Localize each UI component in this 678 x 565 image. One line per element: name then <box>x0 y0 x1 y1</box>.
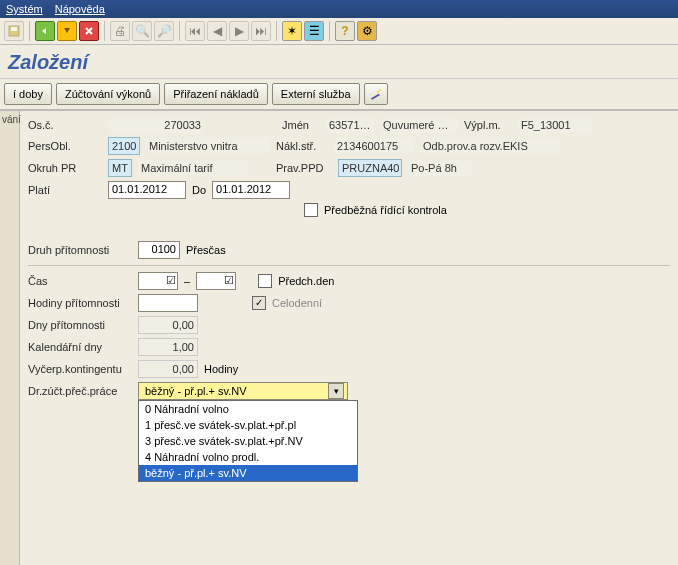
side-tab-label: vání <box>2 114 21 565</box>
save-icon[interactable] <box>4 21 24 41</box>
dropdown-icon[interactable]: ▾ <box>328 383 344 399</box>
exit-icon[interactable] <box>57 21 77 41</box>
druh-label: Druh přítomnosti <box>28 244 132 256</box>
vypl-value: F5_13001 <box>518 117 592 133</box>
svg-point-4 <box>377 91 379 93</box>
dd-list: 0 Náhradní volno1 přesč.ve svátek-sv.pla… <box>138 400 358 482</box>
settings-icon[interactable]: ⚙ <box>357 21 377 41</box>
svg-rect-2 <box>371 94 380 100</box>
prav-text: Po-Pá 8h <box>408 160 472 176</box>
last-page-icon[interactable]: ⏭ <box>251 21 271 41</box>
svg-point-3 <box>379 89 381 91</box>
find-icon[interactable]: 🔍 <box>132 21 152 41</box>
hod-field[interactable] <box>138 294 198 312</box>
side-tab[interactable]: vání <box>0 111 20 565</box>
wand-icon[interactable] <box>364 83 388 105</box>
dny-label: Dny přítomnosti <box>28 319 132 331</box>
first-page-icon[interactable]: ⏮ <box>185 21 205 41</box>
back-icon[interactable] <box>35 21 55 41</box>
vypl-label: Výpl.m. <box>464 119 512 131</box>
menu-system[interactable]: Systém <box>6 3 43 15</box>
druh-field[interactable]: 0100 <box>138 241 180 259</box>
druh-text: Přesčas <box>186 244 226 256</box>
hod-label: Hodiny přítomnosti <box>28 297 132 309</box>
cas-from-field[interactable]: ☑ <box>138 272 178 290</box>
jmen-name: Quvumeré … <box>380 117 458 133</box>
print-icon[interactable]: 🖨 <box>110 21 130 41</box>
zuctovani-button[interactable]: Zúčtování výkonů <box>56 83 160 105</box>
kal-val: 1,00 <box>138 338 198 356</box>
prirazeni-button[interactable]: Přiřazení nákladů <box>164 83 268 105</box>
osc-label: Os.č. <box>28 119 102 131</box>
dd-item[interactable]: 4 Náhradní volno prodl. <box>139 449 357 465</box>
dd-selected: běžný - př.pl.+ sv.NV <box>145 385 247 397</box>
dd-dropdown[interactable]: běžný - př.pl.+ sv.NV ▾ 0 Náhradní volno… <box>138 382 348 400</box>
pers-code: 2100 <box>108 137 140 155</box>
predch-label: Předch.den <box>278 275 334 287</box>
next-page-icon[interactable]: ▶ <box>229 21 249 41</box>
page-title: Založení <box>0 45 678 79</box>
prev-page-icon[interactable]: ◀ <box>207 21 227 41</box>
dd-label: Dr.zúčt.přeč.práce <box>28 385 132 397</box>
pers-label: PersObl. <box>28 140 102 152</box>
cancel-icon[interactable] <box>79 21 99 41</box>
plati-from-field[interactable]: 01.01.2012 <box>108 181 186 199</box>
do-label: Do <box>192 184 206 196</box>
cas-label: Čas <box>28 275 132 287</box>
plati-label: Platí <box>28 184 102 196</box>
predch-checkbox[interactable] <box>258 274 272 288</box>
celod-label: Celodenní <box>272 297 322 309</box>
jmen-num: 63571… <box>326 117 374 133</box>
kal-label: Kalendářní dny <box>28 341 132 353</box>
plati-to-field[interactable]: 01.01.2012 <box>212 181 290 199</box>
okr-text: Maximální tarif <box>138 160 248 176</box>
predb-label: Předběžná řídící kontrola <box>324 204 447 216</box>
dd-item[interactable]: 1 přesč.ve svátek-sv.plat.+př.pl <box>139 417 357 433</box>
dd-item[interactable]: 3 přesč.ve svátek-sv.plat.+př.NV <box>139 433 357 449</box>
help-icon[interactable]: ? <box>335 21 355 41</box>
menubar: Systém Nápověda <box>0 0 678 18</box>
time-button[interactable]: í doby <box>4 83 52 105</box>
dash: – <box>184 275 190 287</box>
svg-rect-0 <box>9 26 19 36</box>
cas-to-field[interactable]: ☑ <box>196 272 236 290</box>
find-next-icon[interactable]: 🔎 <box>154 21 174 41</box>
vyc-val: 0,00 <box>138 360 198 378</box>
nakl-val: 2134600175 <box>334 138 414 154</box>
osc-value: 270033 <box>108 117 204 133</box>
sub-toolbar: í doby Zúčtování výkonů Přiřazení náklad… <box>0 79 678 111</box>
jmen-label: Jmén <box>282 119 320 131</box>
new-session-icon[interactable]: ✶ <box>282 21 302 41</box>
menu-help[interactable]: Nápověda <box>55 3 105 15</box>
dny-val: 0,00 <box>138 316 198 334</box>
pers-text: Ministerstvo vnitra <box>146 138 270 154</box>
vyc-unit: Hodiny <box>204 363 238 375</box>
prav-label: Prav.PPD <box>276 162 332 174</box>
nakl-text: Odb.prov.a rozv.EKIS <box>420 138 560 154</box>
celod-checkbox: ✓ <box>252 296 266 310</box>
externi-button[interactable]: Externí služba <box>272 83 360 105</box>
okr-code: MT <box>108 159 132 177</box>
nakl-label: Nákl.stř. <box>276 140 328 152</box>
svg-rect-1 <box>11 27 17 31</box>
okr-label: Okruh PR <box>28 162 102 174</box>
main-toolbar: 🖨 🔍 🔎 ⏮ ◀ ▶ ⏭ ✶ ☰ ? ⚙ <box>0 18 678 45</box>
dd-item[interactable]: běžný - př.pl.+ sv.NV <box>139 465 357 481</box>
main-panel: Os.č. 270033 Jmén 63571… Quvumeré … Výpl… <box>20 111 678 565</box>
prav-val: PRUZNA40 <box>338 159 402 177</box>
predb-checkbox[interactable] <box>304 203 318 217</box>
vyc-label: Vyčerp.kontingentu <box>28 363 132 375</box>
layout-icon[interactable]: ☰ <box>304 21 324 41</box>
dd-item[interactable]: 0 Náhradní volno <box>139 401 357 417</box>
